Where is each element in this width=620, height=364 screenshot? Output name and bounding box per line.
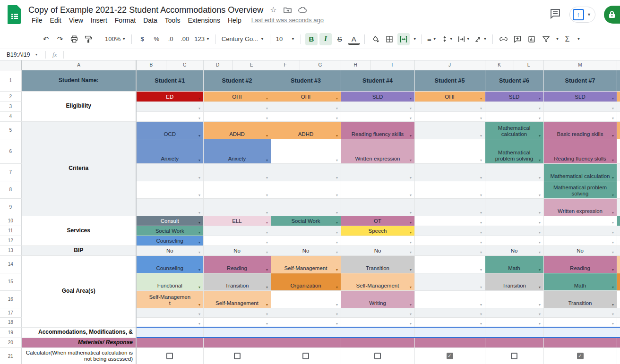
dropdown-arrow-icon[interactable]: ▼ — [336, 107, 339, 110]
cell-r19-s1[interactable] — [136, 327, 203, 338]
cell-r17-next[interactable] — [617, 308, 620, 317]
chevron-down-icon[interactable]: ▼ — [587, 12, 591, 17]
cell-r8-s2[interactable]: ▼ — [203, 181, 271, 198]
cell-r17-s1[interactable]: ▼ — [136, 308, 203, 317]
menu-help[interactable]: Help — [224, 16, 245, 25]
menu-view[interactable]: View — [66, 16, 86, 25]
filter-dropdown[interactable]: ▼ — [555, 37, 559, 41]
dropdown-arrow-icon[interactable]: ▼ — [480, 251, 483, 254]
cell-r18-s2[interactable]: ▼ — [203, 317, 271, 327]
cell-r20-next[interactable] — [617, 338, 620, 347]
dropdown-arrow-icon[interactable]: ▼ — [611, 268, 615, 271]
cell-r3-s7[interactable]: ▼ — [543, 102, 617, 111]
cell-r3-s1[interactable]: ▼ — [136, 102, 203, 111]
insert-chart-button[interactable] — [525, 33, 538, 45]
dropdown-arrow-icon[interactable]: ▼ — [198, 107, 201, 110]
cell-r10-s6[interactable]: ▼ — [485, 216, 543, 226]
dropdown-arrow-icon[interactable]: ▼ — [409, 303, 413, 306]
row-label-cell-19[interactable]: Accommodations, Modifications, & — [21, 327, 136, 338]
cell-r13-s3[interactable]: No▼ — [271, 245, 341, 255]
cell-r14-s7[interactable]: Reading▼ — [543, 255, 617, 273]
select-all-corner[interactable] — [0, 60, 21, 70]
cell-r14-s4[interactable]: Transition▼ — [341, 255, 414, 273]
strikethrough-button[interactable]: S — [334, 33, 346, 45]
cell-r11-s6[interactable]: ▼ — [485, 226, 543, 236]
dropdown-arrow-icon[interactable]: ▼ — [336, 97, 339, 100]
cell-r5-next[interactable] — [617, 121, 620, 139]
cell-r17-s5[interactable]: ▼ — [414, 308, 485, 317]
filter-button[interactable] — [540, 33, 552, 45]
cell-r12-s1[interactable]: Counseling▼ — [136, 236, 203, 245]
dropdown-arrow-icon[interactable]: ▼ — [538, 134, 542, 137]
text-color-button[interactable]: A — [348, 34, 360, 45]
column-header-M[interactable]: M — [543, 60, 617, 70]
dropdown-arrow-icon[interactable]: ▼ — [266, 97, 269, 100]
cell-r11-s1[interactable]: Social Work▼ — [136, 226, 203, 236]
borders-button[interactable] — [383, 33, 396, 45]
column-header-K[interactable]: K — [485, 60, 514, 70]
dropdown-arrow-icon[interactable]: ▼ — [409, 221, 413, 224]
row-label-cell-13[interactable]: BIP — [21, 245, 136, 255]
dropdown-arrow-icon[interactable]: ▼ — [611, 313, 615, 316]
cell-r1-s1[interactable]: Student #1 — [136, 70, 203, 91]
dropdown-arrow-icon[interactable]: ▼ — [409, 134, 413, 137]
share-button[interactable] — [604, 6, 620, 24]
dropdown-arrow-icon[interactable]: ▼ — [611, 159, 615, 162]
dropdown-arrow-icon[interactable]: ▼ — [480, 221, 483, 224]
dropdown-arrow-icon[interactable]: ▼ — [611, 231, 615, 234]
checkbox[interactable] — [374, 353, 381, 359]
column-header-L[interactable]: L — [514, 60, 543, 70]
cell-r1-s7[interactable]: Student #7 — [543, 70, 617, 91]
dropdown-arrow-icon[interactable]: ▼ — [480, 322, 483, 325]
cell-r5-s7[interactable]: Basic reading skills▼ — [543, 121, 617, 139]
cell-r20-s1[interactable] — [136, 338, 203, 347]
column-header-H[interactable]: H — [341, 60, 370, 70]
dropdown-arrow-icon[interactable]: ▼ — [538, 241, 542, 244]
row-header-20[interactable]: 20 — [0, 338, 21, 347]
cell-r18-s1[interactable]: ▼ — [136, 317, 203, 327]
cell-r11-s3[interactable]: ▼ — [271, 226, 341, 236]
cell-r21-next[interactable] — [617, 347, 620, 364]
dropdown-arrow-icon[interactable]: ▼ — [266, 211, 269, 214]
cell-r5-s5[interactable]: ▼ — [414, 121, 485, 139]
cell-r19-s3[interactable] — [271, 327, 341, 338]
cell-r20-s3[interactable] — [271, 338, 341, 347]
dropdown-arrow-icon[interactable]: ▼ — [336, 241, 339, 244]
dropdown-arrow-icon[interactable]: ▼ — [266, 194, 269, 197]
dropdown-arrow-icon[interactable]: ▼ — [198, 251, 201, 254]
cell-r9-s3[interactable]: ▼ — [271, 198, 341, 216]
cell-r20-s2[interactable] — [203, 338, 271, 347]
cell-r19-next[interactable] — [617, 327, 620, 338]
column-header-C[interactable]: C — [166, 60, 203, 70]
row-label-cell-21[interactable]: Calculator(When mathematical calculation… — [21, 347, 136, 364]
dropdown-arrow-icon[interactable]: ▼ — [480, 97, 483, 100]
row-header-19[interactable]: 19 — [0, 327, 21, 338]
row-header-18[interactable]: 18 — [0, 317, 21, 327]
cell-r11-next[interactable] — [617, 226, 620, 236]
dropdown-arrow-icon[interactable]: ▼ — [409, 268, 413, 271]
cell-r16-s4[interactable]: Writing▼ — [341, 290, 414, 308]
dropdown-arrow-icon[interactable]: ▼ — [409, 251, 413, 254]
dropdown-arrow-icon[interactable]: ▼ — [480, 117, 483, 120]
insert-comment-button[interactable] — [511, 33, 524, 45]
cell-r1-s3[interactable]: Student #3 — [271, 70, 341, 91]
cell-r10-s3[interactable]: Social Work▼ — [271, 216, 341, 226]
cell-r11-s2[interactable]: ▼ — [203, 226, 271, 236]
decrease-decimal-button[interactable]: .0 — [164, 33, 177, 45]
dropdown-arrow-icon[interactable]: ▼ — [480, 176, 483, 179]
cell-r21-s3[interactable] — [271, 347, 341, 364]
cell-r10-s5[interactable]: ▼ — [414, 216, 485, 226]
dropdown-arrow-icon[interactable]: ▼ — [266, 241, 269, 244]
cell-r5-s3[interactable]: ADHD▼ — [271, 121, 341, 139]
cell-r16-s3[interactable]: ▼ — [271, 290, 341, 308]
cell-r4-s3[interactable]: ▼ — [271, 111, 341, 121]
cell-r7-s2[interactable]: ▼ — [203, 163, 271, 181]
dropdown-arrow-icon[interactable]: ▼ — [266, 286, 269, 289]
dropdown-arrow-icon[interactable]: ▼ — [266, 313, 269, 316]
dropdown-arrow-icon[interactable]: ▼ — [409, 159, 413, 162]
cell-r8-s4[interactable]: ▼ — [341, 181, 414, 198]
functions-dropdown[interactable]: ▼ — [577, 37, 580, 41]
cell-r1-s5[interactable]: Student #5 — [414, 70, 485, 91]
menu-edit[interactable]: Edit — [47, 16, 65, 25]
cell-r7-s3[interactable]: ▼ — [271, 163, 341, 181]
